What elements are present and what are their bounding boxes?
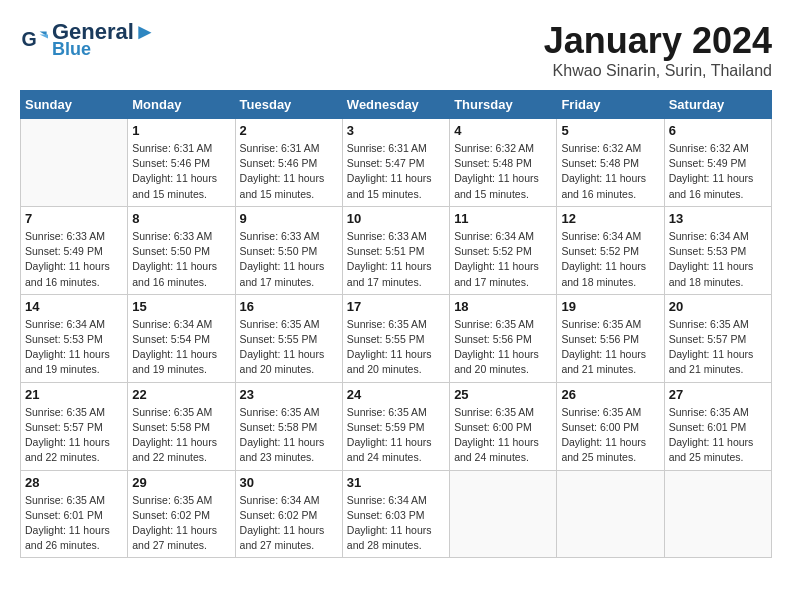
calendar-cell: 22Sunrise: 6:35 AMSunset: 5:58 PMDayligh… — [128, 382, 235, 470]
calendar-cell: 19Sunrise: 6:35 AMSunset: 5:56 PMDayligh… — [557, 294, 664, 382]
calendar-week-row: 1Sunrise: 6:31 AMSunset: 5:46 PMDaylight… — [21, 119, 772, 207]
day-info: Sunrise: 6:31 AMSunset: 5:46 PMDaylight:… — [132, 141, 230, 202]
calendar-cell — [21, 119, 128, 207]
calendar-cell: 3Sunrise: 6:31 AMSunset: 5:47 PMDaylight… — [342, 119, 449, 207]
day-info: Sunrise: 6:35 AMSunset: 6:01 PMDaylight:… — [669, 405, 767, 466]
page-header: G General► Blue January 2024 Khwao Sinar… — [20, 20, 772, 80]
day-number: 13 — [669, 211, 767, 226]
day-info: Sunrise: 6:31 AMSunset: 5:47 PMDaylight:… — [347, 141, 445, 202]
day-number: 11 — [454, 211, 552, 226]
calendar-cell: 26Sunrise: 6:35 AMSunset: 6:00 PMDayligh… — [557, 382, 664, 470]
calendar-cell: 25Sunrise: 6:35 AMSunset: 6:00 PMDayligh… — [450, 382, 557, 470]
calendar-cell: 29Sunrise: 6:35 AMSunset: 6:02 PMDayligh… — [128, 470, 235, 558]
svg-marker-2 — [40, 34, 48, 38]
day-info: Sunrise: 6:33 AMSunset: 5:50 PMDaylight:… — [240, 229, 338, 290]
day-number: 24 — [347, 387, 445, 402]
day-number: 1 — [132, 123, 230, 138]
calendar-week-row: 21Sunrise: 6:35 AMSunset: 5:57 PMDayligh… — [21, 382, 772, 470]
day-info: Sunrise: 6:34 AMSunset: 6:03 PMDaylight:… — [347, 493, 445, 554]
day-info: Sunrise: 6:35 AMSunset: 6:01 PMDaylight:… — [25, 493, 123, 554]
day-info: Sunrise: 6:35 AMSunset: 5:57 PMDaylight:… — [669, 317, 767, 378]
day-info: Sunrise: 6:34 AMSunset: 5:52 PMDaylight:… — [454, 229, 552, 290]
calendar-cell: 6Sunrise: 6:32 AMSunset: 5:49 PMDaylight… — [664, 119, 771, 207]
day-number: 22 — [132, 387, 230, 402]
month-title: January 2024 — [544, 20, 772, 62]
day-info: Sunrise: 6:34 AMSunset: 5:53 PMDaylight:… — [669, 229, 767, 290]
logo-text: General► Blue — [52, 20, 156, 60]
logo-line1b: ► — [134, 19, 156, 44]
calendar-cell: 11Sunrise: 6:34 AMSunset: 5:52 PMDayligh… — [450, 206, 557, 294]
calendar-cell: 12Sunrise: 6:34 AMSunset: 5:52 PMDayligh… — [557, 206, 664, 294]
day-number: 30 — [240, 475, 338, 490]
day-number: 23 — [240, 387, 338, 402]
calendar-cell: 2Sunrise: 6:31 AMSunset: 5:46 PMDaylight… — [235, 119, 342, 207]
day-info: Sunrise: 6:35 AMSunset: 5:58 PMDaylight:… — [132, 405, 230, 466]
calendar-cell — [450, 470, 557, 558]
header-sunday: Sunday — [21, 91, 128, 119]
calendar-header-row: SundayMondayTuesdayWednesdayThursdayFrid… — [21, 91, 772, 119]
day-info: Sunrise: 6:32 AMSunset: 5:48 PMDaylight:… — [454, 141, 552, 202]
day-number: 17 — [347, 299, 445, 314]
calendar-cell: 31Sunrise: 6:34 AMSunset: 6:03 PMDayligh… — [342, 470, 449, 558]
location-subtitle: Khwao Sinarin, Surin, Thailand — [544, 62, 772, 80]
header-thursday: Thursday — [450, 91, 557, 119]
day-number: 2 — [240, 123, 338, 138]
day-number: 20 — [669, 299, 767, 314]
header-monday: Monday — [128, 91, 235, 119]
day-number: 16 — [240, 299, 338, 314]
calendar-cell: 5Sunrise: 6:32 AMSunset: 5:48 PMDaylight… — [557, 119, 664, 207]
calendar-cell: 15Sunrise: 6:34 AMSunset: 5:54 PMDayligh… — [128, 294, 235, 382]
calendar-cell: 16Sunrise: 6:35 AMSunset: 5:55 PMDayligh… — [235, 294, 342, 382]
day-number: 14 — [25, 299, 123, 314]
day-info: Sunrise: 6:35 AMSunset: 5:55 PMDaylight:… — [240, 317, 338, 378]
day-info: Sunrise: 6:35 AMSunset: 5:56 PMDaylight:… — [561, 317, 659, 378]
calendar-cell: 13Sunrise: 6:34 AMSunset: 5:53 PMDayligh… — [664, 206, 771, 294]
day-number: 6 — [669, 123, 767, 138]
day-info: Sunrise: 6:34 AMSunset: 6:02 PMDaylight:… — [240, 493, 338, 554]
day-number: 10 — [347, 211, 445, 226]
day-info: Sunrise: 6:35 AMSunset: 6:00 PMDaylight:… — [454, 405, 552, 466]
header-wednesday: Wednesday — [342, 91, 449, 119]
calendar-week-row: 28Sunrise: 6:35 AMSunset: 6:01 PMDayligh… — [21, 470, 772, 558]
calendar-cell: 20Sunrise: 6:35 AMSunset: 5:57 PMDayligh… — [664, 294, 771, 382]
day-info: Sunrise: 6:35 AMSunset: 5:59 PMDaylight:… — [347, 405, 445, 466]
calendar-cell: 28Sunrise: 6:35 AMSunset: 6:01 PMDayligh… — [21, 470, 128, 558]
day-number: 15 — [132, 299, 230, 314]
calendar-cell — [557, 470, 664, 558]
header-tuesday: Tuesday — [235, 91, 342, 119]
day-info: Sunrise: 6:34 AMSunset: 5:53 PMDaylight:… — [25, 317, 123, 378]
logo-icon: G — [20, 26, 48, 54]
day-info: Sunrise: 6:32 AMSunset: 5:48 PMDaylight:… — [561, 141, 659, 202]
day-info: Sunrise: 6:34 AMSunset: 5:52 PMDaylight:… — [561, 229, 659, 290]
day-info: Sunrise: 6:33 AMSunset: 5:51 PMDaylight:… — [347, 229, 445, 290]
day-number: 25 — [454, 387, 552, 402]
title-block: January 2024 Khwao Sinarin, Surin, Thail… — [544, 20, 772, 80]
day-number: 19 — [561, 299, 659, 314]
day-info: Sunrise: 6:35 AMSunset: 6:00 PMDaylight:… — [561, 405, 659, 466]
calendar-cell: 9Sunrise: 6:33 AMSunset: 5:50 PMDaylight… — [235, 206, 342, 294]
day-number: 27 — [669, 387, 767, 402]
day-number: 5 — [561, 123, 659, 138]
day-info: Sunrise: 6:33 AMSunset: 5:50 PMDaylight:… — [132, 229, 230, 290]
svg-text:G: G — [21, 28, 36, 50]
day-number: 7 — [25, 211, 123, 226]
day-info: Sunrise: 6:32 AMSunset: 5:49 PMDaylight:… — [669, 141, 767, 202]
day-number: 29 — [132, 475, 230, 490]
day-number: 18 — [454, 299, 552, 314]
calendar-cell: 7Sunrise: 6:33 AMSunset: 5:49 PMDaylight… — [21, 206, 128, 294]
calendar-cell: 17Sunrise: 6:35 AMSunset: 5:55 PMDayligh… — [342, 294, 449, 382]
calendar-cell: 14Sunrise: 6:34 AMSunset: 5:53 PMDayligh… — [21, 294, 128, 382]
calendar-cell: 10Sunrise: 6:33 AMSunset: 5:51 PMDayligh… — [342, 206, 449, 294]
day-number: 21 — [25, 387, 123, 402]
calendar-week-row: 7Sunrise: 6:33 AMSunset: 5:49 PMDaylight… — [21, 206, 772, 294]
calendar-cell: 27Sunrise: 6:35 AMSunset: 6:01 PMDayligh… — [664, 382, 771, 470]
day-info: Sunrise: 6:35 AMSunset: 5:58 PMDaylight:… — [240, 405, 338, 466]
calendar-cell: 24Sunrise: 6:35 AMSunset: 5:59 PMDayligh… — [342, 382, 449, 470]
day-info: Sunrise: 6:35 AMSunset: 5:55 PMDaylight:… — [347, 317, 445, 378]
calendar-cell: 18Sunrise: 6:35 AMSunset: 5:56 PMDayligh… — [450, 294, 557, 382]
day-number: 31 — [347, 475, 445, 490]
day-info: Sunrise: 6:31 AMSunset: 5:46 PMDaylight:… — [240, 141, 338, 202]
calendar-cell: 4Sunrise: 6:32 AMSunset: 5:48 PMDaylight… — [450, 119, 557, 207]
logo: G General► Blue — [20, 20, 156, 60]
day-number: 28 — [25, 475, 123, 490]
